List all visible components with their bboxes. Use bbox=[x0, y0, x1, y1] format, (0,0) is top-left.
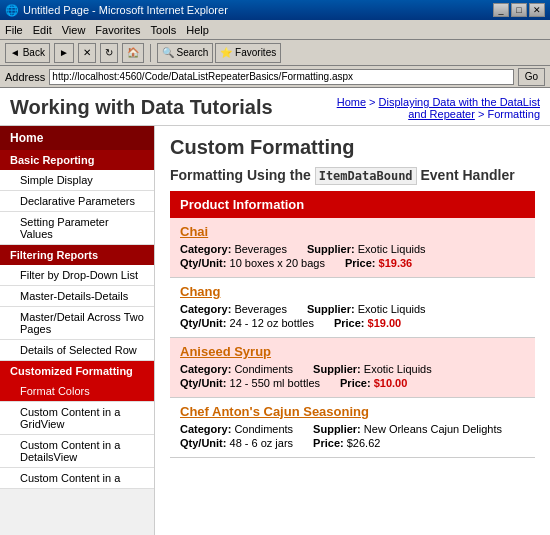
price-label-1: Price: $19.00 bbox=[334, 317, 401, 329]
product-name-2[interactable]: Aniseed Syrup bbox=[180, 344, 525, 359]
menu-tools[interactable]: Tools bbox=[151, 24, 177, 36]
go-button[interactable]: Go bbox=[518, 68, 545, 86]
minimize-button[interactable]: _ bbox=[493, 3, 509, 17]
page-header: Working with Data Tutorials Home > Displ… bbox=[0, 88, 550, 126]
qty-label-2: Qty/Unit: 12 - 550 ml bottles bbox=[180, 377, 320, 389]
product-row1-3: Category: CondimentsSupplier: New Orlean… bbox=[180, 423, 525, 435]
toolbar-separator bbox=[150, 44, 151, 62]
product-name-1[interactable]: Chang bbox=[180, 284, 525, 299]
sidebar-item-master-detail-across-two-pages[interactable]: Master/Detail Across Two Pages bbox=[0, 307, 154, 340]
supplier-label-0: Supplier: Exotic Liquids bbox=[307, 243, 426, 255]
product-item-2: Aniseed SyrupCategory: CondimentsSupplie… bbox=[170, 338, 535, 398]
section-heading-text: Formatting Using the bbox=[170, 167, 315, 183]
sidebar-item-custom-content-gridview[interactable]: Custom Content in a GridView bbox=[0, 402, 154, 435]
close-button[interactable]: ✕ bbox=[529, 3, 545, 17]
address-input[interactable] bbox=[49, 69, 513, 85]
product-row2-2: Qty/Unit: 12 - 550 ml bottlesPrice: $10.… bbox=[180, 377, 525, 389]
sidebar-section-filtering-reports[interactable]: Filtering Reports bbox=[0, 245, 154, 265]
qty-label-3: Qty/Unit: 48 - 6 oz jars bbox=[180, 437, 293, 449]
menu-file[interactable]: File bbox=[5, 24, 23, 36]
favorites-button[interactable]: ⭐ Favorites bbox=[215, 43, 281, 63]
supplier-label-2: Supplier: Exotic Liquids bbox=[313, 363, 432, 375]
supplier-label-3: Supplier: New Orleans Cajun Delights bbox=[313, 423, 502, 435]
breadcrumb-home[interactable]: Home bbox=[337, 96, 366, 108]
price-value-2: $10.00 bbox=[371, 377, 408, 389]
sidebar-item-declarative-parameters[interactable]: Declarative Parameters bbox=[0, 191, 154, 212]
section-heading-suffix: Event Handler bbox=[417, 167, 515, 183]
sidebar-item-setting-parameter-values[interactable]: Setting Parameter Values bbox=[0, 212, 154, 245]
section-heading-code: ItemDataBound bbox=[315, 167, 417, 185]
sidebar-item-custom-content-detailsview[interactable]: Custom Content in a DetailsView bbox=[0, 435, 154, 468]
menu-favorites[interactable]: Favorites bbox=[95, 24, 140, 36]
breadcrumb-sep2: > bbox=[478, 108, 487, 120]
site-title: Working with Data Tutorials bbox=[10, 96, 273, 119]
product-item-1: ChangCategory: BeveragesSupplier: Exotic… bbox=[170, 278, 535, 338]
price-value-0: $19.36 bbox=[376, 257, 413, 269]
menu-view[interactable]: View bbox=[62, 24, 86, 36]
home-button[interactable]: 🏠 bbox=[122, 43, 144, 63]
sidebar-item-filter-by-drop-down-list[interactable]: Filter by Drop-Down List bbox=[0, 265, 154, 286]
maximize-button[interactable]: □ bbox=[511, 3, 527, 17]
product-row2-1: Qty/Unit: 24 - 12 oz bottlesPrice: $19.0… bbox=[180, 317, 525, 329]
price-label-0: Price: $19.36 bbox=[345, 257, 412, 269]
window-controls[interactable]: _ □ ✕ bbox=[493, 3, 545, 17]
breadcrumb: Home > Displaying Data with the DataList… bbox=[320, 96, 540, 120]
category-label-2: Category: Condiments bbox=[180, 363, 293, 375]
sidebar-home[interactable]: Home bbox=[0, 126, 154, 150]
product-item-3: Chef Anton's Cajun SeasoningCategory: Co… bbox=[170, 398, 535, 458]
product-row1-0: Category: BeveragesSupplier: Exotic Liqu… bbox=[180, 243, 525, 255]
sidebar-section-customized-formatting[interactable]: Customized Formatting bbox=[0, 361, 154, 381]
product-row2-3: Qty/Unit: 48 - 6 oz jarsPrice: $26.62 bbox=[180, 437, 525, 449]
section-heading: Formatting Using the ItemDataBound Event… bbox=[170, 167, 535, 183]
page-body: Home Basic Reporting Simple Display Decl… bbox=[0, 126, 550, 535]
sidebar-item-simple-display[interactable]: Simple Display bbox=[0, 170, 154, 191]
back-button[interactable]: ◄ Back bbox=[5, 43, 50, 63]
refresh-button[interactable]: ↻ bbox=[100, 43, 118, 63]
menu-help[interactable]: Help bbox=[186, 24, 209, 36]
search-button[interactable]: 🔍 Search bbox=[157, 43, 213, 63]
supplier-label-1: Supplier: Exotic Liquids bbox=[307, 303, 426, 315]
qty-label-0: Qty/Unit: 10 boxes x 20 bags bbox=[180, 257, 325, 269]
menu-bar: File Edit View Favorites Tools Help bbox=[0, 20, 550, 40]
price-value-1: $19.00 bbox=[364, 317, 401, 329]
toolbar: ◄ Back ► ✕ ↻ 🏠 🔍 Search ⭐ Favorites bbox=[0, 40, 550, 66]
category-label-0: Category: Beverages bbox=[180, 243, 287, 255]
page-header-inner: Working with Data Tutorials Home > Displ… bbox=[10, 96, 540, 120]
ie-icon: 🌐 bbox=[5, 4, 19, 17]
product-row1-1: Category: BeveragesSupplier: Exotic Liqu… bbox=[180, 303, 525, 315]
product-name-3[interactable]: Chef Anton's Cajun Seasoning bbox=[180, 404, 525, 419]
sidebar-item-custom-content-a2[interactable]: Custom Content in a bbox=[0, 468, 154, 489]
sidebar-item-format-colors[interactable]: Format Colors bbox=[0, 381, 154, 402]
price-value-3: $26.62 bbox=[344, 437, 381, 449]
product-row1-2: Category: CondimentsSupplier: Exotic Liq… bbox=[180, 363, 525, 375]
product-item-0: ChaiCategory: BeveragesSupplier: Exotic … bbox=[170, 218, 535, 278]
address-bar: Address Go bbox=[0, 66, 550, 88]
search-area: 🔍 Search ⭐ Favorites bbox=[157, 43, 281, 63]
stop-button[interactable]: ✕ bbox=[78, 43, 96, 63]
qty-label-1: Qty/Unit: 24 - 12 oz bottles bbox=[180, 317, 314, 329]
sidebar-section-basic-reporting[interactable]: Basic Reporting bbox=[0, 150, 154, 170]
category-label-1: Category: Beverages bbox=[180, 303, 287, 315]
product-name-0[interactable]: Chai bbox=[180, 224, 525, 239]
main-content: Custom Formatting Formatting Using the I… bbox=[155, 126, 550, 535]
sidebar: Home Basic Reporting Simple Display Decl… bbox=[0, 126, 155, 535]
sidebar-item-master-details-details[interactable]: Master-Details-Details bbox=[0, 286, 154, 307]
titlebar: 🌐 Untitled Page - Microsoft Internet Exp… bbox=[0, 0, 550, 20]
breadcrumb-current: Formatting bbox=[487, 108, 540, 120]
sidebar-item-details-of-selected-row[interactable]: Details of Selected Row bbox=[0, 340, 154, 361]
price-label-3: Price: $26.62 bbox=[313, 437, 380, 449]
category-label-3: Category: Condiments bbox=[180, 423, 293, 435]
window-title-area: 🌐 Untitled Page - Microsoft Internet Exp… bbox=[5, 4, 228, 17]
menu-edit[interactable]: Edit bbox=[33, 24, 52, 36]
forward-button[interactable]: ► bbox=[54, 43, 74, 63]
breadcrumb-sep1: > bbox=[369, 96, 378, 108]
price-label-2: Price: $10.00 bbox=[340, 377, 407, 389]
product-table-header: Product Information bbox=[170, 191, 535, 218]
browser-content: Working with Data Tutorials Home > Displ… bbox=[0, 88, 550, 535]
address-label: Address bbox=[5, 71, 45, 83]
window-title-text: Untitled Page - Microsoft Internet Explo… bbox=[23, 4, 228, 16]
products-container: ChaiCategory: BeveragesSupplier: Exotic … bbox=[170, 218, 535, 458]
product-row2-0: Qty/Unit: 10 boxes x 20 bagsPrice: $19.3… bbox=[180, 257, 525, 269]
page-title: Custom Formatting bbox=[170, 136, 535, 159]
